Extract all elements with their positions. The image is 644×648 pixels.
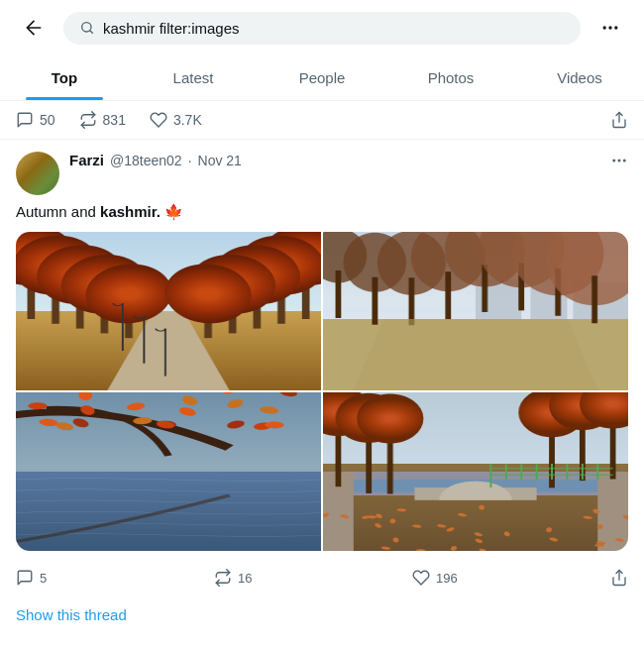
retweet-action-count: 16	[238, 571, 252, 586]
like-stat-icon	[150, 111, 167, 129]
tab-photos[interactable]: Photos	[386, 55, 515, 100]
retweet-action-icon	[214, 569, 232, 587]
tab-bar: Top Latest People Photos Videos	[0, 55, 644, 101]
share-stat-icon	[610, 111, 628, 129]
reply-count: 50	[40, 112, 55, 128]
stats-bar: 50 831 3.7K	[0, 101, 644, 140]
tweet-separator: ·	[188, 153, 192, 168]
tweet-image-3[interactable]	[16, 392, 321, 551]
tweet-name: Farzi	[69, 152, 104, 168]
more-icon	[600, 18, 620, 38]
tweet-more-button[interactable]	[610, 152, 628, 174]
avatar[interactable]	[16, 152, 59, 195]
tweet-text: Autumn and kashmir. 🍁	[16, 201, 628, 222]
reply-action-icon	[16, 569, 34, 587]
share-action-icon	[610, 569, 628, 587]
tweet-date: Nov 21	[198, 153, 242, 168]
back-button[interactable]	[16, 10, 52, 46]
reply-action[interactable]: 5	[16, 569, 214, 587]
reply-action-count: 5	[40, 571, 47, 586]
search-icon	[79, 20, 95, 36]
share-action[interactable]	[610, 569, 628, 587]
like-count: 3.7K	[173, 112, 202, 128]
reply-stat-icon	[16, 111, 34, 129]
show-thread-link[interactable]: Show this thread	[16, 606, 127, 623]
tweet-handle: @18teen02	[110, 153, 182, 168]
search-bar[interactable]	[63, 12, 581, 45]
more-options-button[interactable]	[592, 10, 628, 46]
show-thread-section: Show this thread	[0, 596, 644, 640]
header	[0, 0, 644, 55]
tab-videos[interactable]: Videos	[515, 55, 644, 100]
svg-point-3	[614, 26, 617, 29]
tweet-image-4[interactable]	[323, 392, 628, 551]
tweet-image-grid[interactable]	[16, 232, 628, 551]
retweet-stat: 831	[79, 111, 126, 129]
tweet-header: Farzi @18teen02 · Nov 21	[16, 152, 628, 195]
tweet-image-2[interactable]	[323, 232, 628, 390]
search-input[interactable]	[103, 20, 565, 37]
svg-point-5	[612, 160, 615, 162]
retweet-action[interactable]: 16	[214, 569, 412, 587]
tab-people[interactable]: People	[258, 55, 386, 100]
reply-stat: 50	[16, 111, 55, 129]
tab-latest[interactable]: Latest	[129, 55, 258, 100]
tweet-user-row: Farzi @18teen02 · Nov 21	[69, 152, 600, 168]
tweet-card: Farzi @18teen02 · Nov 21 Autumn and kash…	[0, 140, 644, 596]
tweet-actions: 5 16 196	[16, 561, 628, 596]
like-action-icon	[412, 569, 430, 587]
like-stat: 3.7K	[150, 111, 202, 129]
svg-point-2	[608, 26, 611, 29]
share-stat-button[interactable]	[610, 111, 628, 129]
svg-point-1	[603, 26, 606, 29]
retweet-stat-icon	[79, 111, 97, 129]
svg-point-7	[623, 160, 626, 162]
svg-point-6	[618, 160, 621, 162]
tweet-meta: Farzi @18teen02 · Nov 21	[69, 152, 600, 168]
like-action[interactable]: 196	[412, 569, 610, 587]
tweet-image-1[interactable]	[16, 232, 321, 390]
like-action-count: 196	[436, 571, 458, 586]
retweet-count: 831	[103, 112, 126, 128]
tab-top[interactable]: Top	[0, 55, 129, 100]
back-icon	[24, 18, 44, 38]
